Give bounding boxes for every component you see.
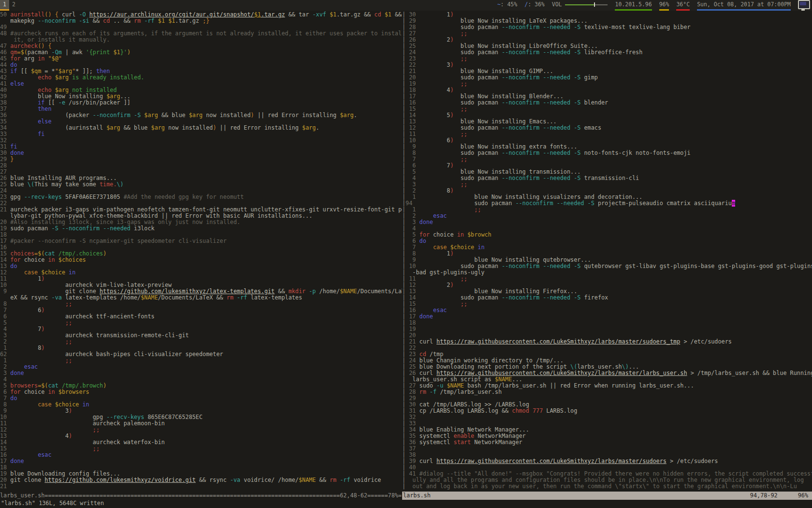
code-row: | 2 esac <box>402 213 812 219</box>
code-row: 38 if [[ -e /usr/bin/packer ]] <box>0 100 402 106</box>
code-row: | 39 curl https://raw.githubusercontent.… <box>402 458 812 464</box>
code-row: | 16 esac <box>402 307 812 314</box>
statusline-active-window[interactable]: larbs.sh 94,78-92 96% <box>402 492 812 500</box>
statusline-inactive-window[interactable]: larbs_user.sh===========================… <box>0 492 402 500</box>
workspace-tag-1[interactable]: 1 <box>0 0 9 9</box>
cursor-position: 94,78-92 <box>750 492 778 500</box>
code-row: 1 ;; <box>0 358 402 364</box>
code-row: makepkg --noconfirm -si && cd .. && rm -… <box>0 18 402 24</box>
code-row: 6 for choice in $browsers <box>0 389 402 395</box>
code-row: | 11 ;; <box>402 276 812 282</box>
code-row: | 19 <box>402 326 812 332</box>
vim-statusline: larbs_user.sh===========================… <box>0 492 812 500</box>
code-row: | out and log back in as your new user, … <box>402 483 812 490</box>
code-row: 25 blue \(This may take some time.\) <box>0 181 402 188</box>
code-row: | 19 ;; <box>402 81 812 87</box>
code-row: | 23 ;; <box>402 56 812 62</box>
code-row: 8 ;; <box>0 301 402 307</box>
code-row: 2 esac <box>0 364 402 370</box>
code-row: 12 case $choice in <box>0 269 402 276</box>
code-row: 34 (aurinstall $arg && blue $arg now ins… <box>0 125 402 131</box>
code-row: 29 } <box>0 156 402 163</box>
code-row: 17 done <box>0 458 402 464</box>
code-row: | 17 done <box>402 314 812 320</box>
vim-command-line: "larbs.sh" 136L, 5648C written <box>1 500 811 508</box>
code-row: | 18 <box>402 320 812 326</box>
code-row: | 28 rm -f /tmp/larbs_user.sh <box>402 389 812 395</box>
monitor-icon <box>798 0 810 9</box>
code-row: | 3 ;; <box>402 181 812 188</box>
code-row: | 27 ;; <box>402 30 812 37</box>
workspace-tag-2[interactable]: 2 <box>9 0 18 9</box>
code-row: 2 ;; <box>0 339 402 345</box>
status-bar: 12 ~: 45%/: 36%VOL 10.201.5.9696%36°CSun… <box>0 0 812 11</box>
code-row: 33 fi <box>0 131 402 137</box>
code-row: 15 ;; <box>0 446 402 452</box>
active-file-name: larbs.sh <box>402 492 431 500</box>
code-row: 21 <box>0 483 402 490</box>
code-row: 14 for choice in $choices <box>0 257 402 263</box>
code-row: | 7 case $choice in <box>402 244 812 251</box>
code-row: | 32 <box>402 414 812 420</box>
code-row: 32 <box>0 137 402 144</box>
volume-module: VOL <box>552 0 608 9</box>
code-row: | 1 ;; <box>402 207 812 213</box>
code-row: 30 done <box>0 150 402 156</box>
vim-pane-right[interactable]: | 30 1)| 29 blue Now installing LaTeX pa… <box>402 11 812 493</box>
code-row: | 21 curl https://raw.githubusercontent.… <box>402 339 812 345</box>
code-row: it, or installs it manually. <box>0 37 402 43</box>
scroll-percent: 96% <box>798 492 812 500</box>
workspace-tags: 12 <box>0 0 18 11</box>
code-row: | 22 <box>402 345 812 351</box>
code-row: | 31 cp /LARBS.log LARBS.log && chmod 77… <box>402 408 812 414</box>
status-module: Sun, Oct 08, 2017 at 07:00PM <box>697 0 791 9</box>
code-row: 23 gpg --recv-keys 5FAF0A6EE7371805 #Add… <box>0 194 402 200</box>
code-row: 20 git clone https://github.com/lukesmit… <box>0 477 402 483</box>
code-row: 45 for arg in "$@" <box>0 56 402 62</box>
status-module: 96% <box>659 0 669 9</box>
code-row: 19 sudo pacman -S --noconfirm --needed i… <box>0 225 402 232</box>
code-row: | 7 ;; <box>402 156 812 163</box>
code-row: | 15 ;; <box>402 301 812 307</box>
code-row: | 11 ;; <box>402 131 812 137</box>
vim-pane-left[interactable]: 50 aurinstall() { curl -O https://aur.ar… <box>0 11 402 493</box>
monitor-icon <box>798 0 810 9</box>
code-row: 28 <box>0 163 402 169</box>
code-row: | 36 systemctl start NetworkManager <box>402 439 812 446</box>
code-row: 42 echo $arg is already installed. <box>0 75 402 81</box>
code-row: 3 done <box>0 370 402 376</box>
code-row: | 15 ;; <box>402 106 812 112</box>
status-module: 10.201.5.96 <box>615 0 652 9</box>
status-module: 36°C <box>676 0 690 9</box>
code-row: | 5 for choice in $browch <box>402 232 812 238</box>
code-row: | 3 done <box>402 219 812 225</box>
status-module: ~: 45% <box>497 0 518 9</box>
status-modules: ~: 45%/: 36%VOL 10.201.5.9696%36°CSun, O… <box>497 0 810 9</box>
status-module: /: 36% <box>524 0 545 9</box>
code-row: | 37 <box>402 446 812 452</box>
code-row: 17 #packer --noconfirm -S ncpamixer-git … <box>0 238 402 244</box>
code-row: 5 ;; <box>0 320 402 326</box>
code-row: 31 fi <box>0 144 402 150</box>
code-row: 16 esac <box>0 452 402 458</box>
volume-slider[interactable] <box>565 0 608 9</box>
code-row: 36 (packer --noconfirm -S $arg && blue $… <box>0 112 402 119</box>
